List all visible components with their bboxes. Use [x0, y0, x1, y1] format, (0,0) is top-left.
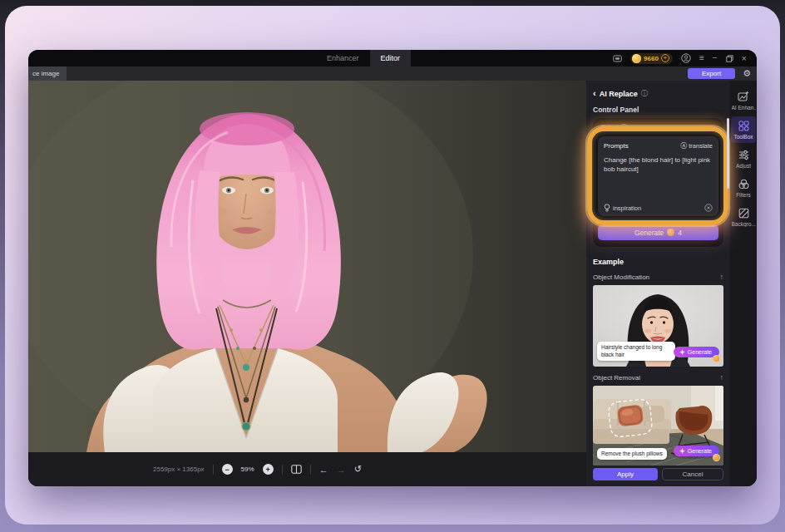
- ai-enhance-icon: [738, 91, 749, 102]
- object-removal-row[interactable]: Object Removal ↑: [593, 373, 723, 382]
- compare-view-button[interactable]: [291, 465, 302, 474]
- source-image-tab[interactable]: ce image: [28, 66, 67, 81]
- apply-button[interactable]: Apply: [593, 468, 658, 480]
- sidebar-item-adjust[interactable]: Adjust: [731, 145, 756, 172]
- info-icon: ⓘ: [620, 124, 627, 131]
- example-heading: Example: [593, 258, 723, 266]
- back-chevron-icon[interactable]: ‹: [593, 89, 596, 98]
- control-card: Select ⓘ › Prompts Ⓐ translate Change: [593, 118, 723, 247]
- panel-title: AI Replace: [600, 90, 638, 98]
- zoom-level: 59%: [241, 466, 254, 473]
- device-icon[interactable]: [613, 54, 622, 63]
- adjust-icon: [738, 150, 749, 160]
- clear-prompt-icon[interactable]: [704, 204, 713, 212]
- sidebar-item-background[interactable]: Backgro...: [731, 204, 756, 230]
- filters-icon: [738, 179, 749, 190]
- canvas-photo: [28, 81, 586, 452]
- coin-icon: [632, 54, 641, 63]
- tab-editor[interactable]: Editor: [370, 50, 412, 66]
- object-modification-row[interactable]: Object Modification ↑: [593, 273, 723, 281]
- desktop: Enhancer Editor 9660 + ≡ −: [0, 0, 785, 532]
- cancel-button[interactable]: Cancel: [662, 468, 723, 480]
- divider: [213, 465, 214, 475]
- app-window: Enhancer Editor 9660 + ≡ −: [28, 50, 757, 486]
- example-generate-button[interactable]: Generate: [674, 347, 719, 357]
- chevron-right-icon: ›: [713, 124, 716, 131]
- zoom-in-button[interactable]: +: [263, 464, 274, 475]
- image-canvas[interactable]: [28, 81, 586, 452]
- add-coins-button[interactable]: +: [661, 54, 669, 62]
- coin-icon: [667, 229, 674, 236]
- mode-tabs: Enhancer Editor: [316, 50, 411, 66]
- translate-button[interactable]: Ⓐ translate: [680, 141, 713, 150]
- canvas-column: 2559px × 1365px − 59% + ← → ↺: [28, 81, 586, 486]
- coin-balance[interactable]: 9660 +: [630, 53, 673, 64]
- divider: [310, 465, 311, 475]
- reset-button[interactable]: ↺: [354, 464, 362, 475]
- example-modification-image[interactable]: Hairstyle changed to long black hair Gen…: [593, 285, 723, 367]
- undo-button[interactable]: ←: [319, 465, 328, 475]
- prompts-box[interactable]: Prompts Ⓐ translate Change [the blond ha…: [598, 136, 718, 216]
- example-removal-image[interactable]: Remove the plush pillows Generate: [593, 386, 723, 466]
- panel-scrollbar[interactable]: [727, 118, 729, 189]
- divider: [282, 465, 283, 475]
- gear-icon[interactable]: ⚙: [743, 69, 751, 78]
- toolbox-icon: [738, 121, 749, 131]
- generate-button[interactable]: Generate 4: [598, 224, 718, 240]
- bulb-icon: [604, 204, 610, 212]
- maximize-button[interactable]: [726, 55, 733, 62]
- editor-toolbar: ce image Export ⚙: [28, 66, 757, 81]
- tab-enhancer[interactable]: Enhancer: [316, 50, 370, 66]
- cursor-indicator: [713, 355, 720, 362]
- zoom-out-button[interactable]: −: [222, 464, 233, 475]
- prompt-input[interactable]: Change [the blond hair] to [light pink b…: [604, 155, 713, 204]
- collapse-icon[interactable]: ↑: [720, 373, 724, 382]
- ai-replace-panel: ‹ AI Replace ⓘ Control Panel Select ⓘ › …: [586, 81, 730, 486]
- image-dimensions: 2559px × 1365px: [153, 466, 205, 473]
- canvas-statusbar: 2559px × 1365px − 59% + ← → ↺: [28, 452, 586, 486]
- example-caption: Remove the plush pillows: [597, 448, 667, 460]
- control-panel-label: Control Panel: [593, 106, 723, 114]
- account-icon[interactable]: [681, 53, 691, 63]
- select-label: Select: [600, 124, 619, 131]
- sidebar-item-filters[interactable]: Filters: [731, 175, 756, 201]
- info-icon[interactable]: ⓘ: [641, 89, 648, 98]
- minimize-button[interactable]: −: [713, 54, 718, 62]
- cursor-indicator: [713, 454, 720, 461]
- select-row[interactable]: Select ⓘ ›: [598, 118, 718, 136]
- sidebar-item-ai-enhance[interactable]: AI Enhan...: [731, 86, 756, 114]
- titlebar: Enhancer Editor 9660 + ≡ −: [28, 50, 757, 66]
- sparkle-icon: [679, 448, 685, 454]
- example-generate-button[interactable]: Generate: [674, 446, 719, 456]
- prompts-label: Prompts: [604, 142, 629, 150]
- sparkle-icon: [679, 349, 685, 355]
- inspiration-button[interactable]: inspiration: [604, 204, 641, 212]
- sidebar-item-toolbox[interactable]: ToolBox: [731, 116, 756, 143]
- background-icon: [738, 208, 749, 219]
- export-button[interactable]: Export: [688, 68, 735, 79]
- close-button[interactable]: ×: [742, 54, 747, 63]
- collapse-icon[interactable]: ↑: [720, 273, 724, 281]
- tools-sidebar: AI Enhan... ToolBox Adjust Filters Backg…: [730, 81, 757, 486]
- menu-icon[interactable]: ≡: [699, 54, 704, 62]
- coin-count: 9660: [644, 55, 659, 62]
- redo-button[interactable]: →: [337, 465, 346, 475]
- example-caption: Hairstyle changed to long black hair: [597, 342, 675, 361]
- translate-a-icon: Ⓐ: [680, 141, 687, 150]
